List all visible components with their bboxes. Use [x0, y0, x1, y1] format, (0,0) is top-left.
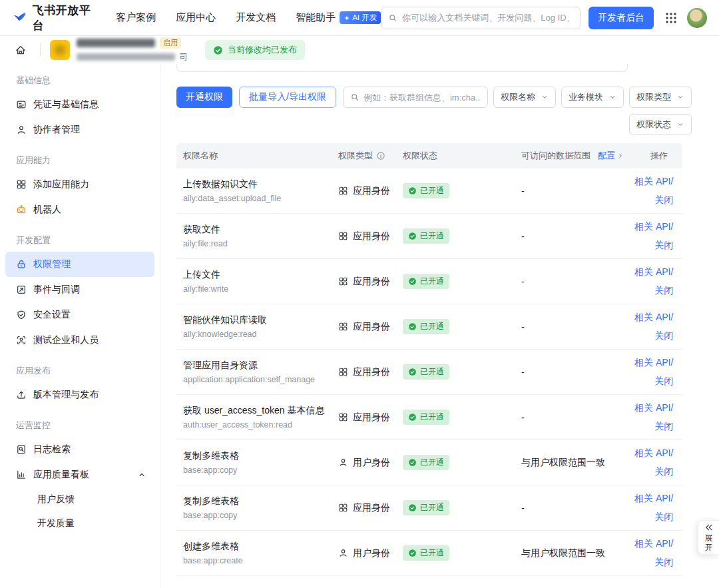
chevron-down-icon: [608, 93, 616, 101]
sidebar-item-security[interactable]: 安全设置: [5, 302, 154, 328]
sidebar-item-label: 测试企业和人员: [33, 334, 99, 346]
close-permission-link[interactable]: 关闭: [634, 508, 673, 526]
sidebar-item-bot[interactable]: 机器人: [5, 197, 154, 222]
related-api-link[interactable]: 相关 API/: [634, 444, 673, 462]
related-api-link[interactable]: 相关 API/: [634, 218, 673, 236]
close-permission-link[interactable]: 关闭: [634, 553, 673, 571]
permission-name-cell: 管理应用自身资源application:application:self_man…: [176, 360, 332, 384]
top-navbar: 飞书开放平台 客户案例 应用中心 开发文档 智能助手 AI 开发 开发者后台: [0, 0, 719, 36]
nav-customer-cases[interactable]: 客户案例: [116, 11, 156, 24]
close-permission-link[interactable]: 关闭: [634, 236, 673, 254]
related-api-link[interactable]: 相关 API/: [634, 354, 673, 372]
permission-search-input[interactable]: [363, 93, 481, 103]
permission-name-cell: 复制多维表格base:app:copy: [176, 450, 332, 475]
col-header-permission-type: 权限类型: [338, 150, 373, 162]
close-permission-link[interactable]: 关闭: [634, 372, 673, 390]
actions-cell: 相关 API/关闭: [628, 489, 688, 526]
robot-icon: [16, 204, 27, 215]
expand-panel-button[interactable]: 展开: [698, 520, 719, 555]
permission-type-cell: 用户身份: [332, 457, 396, 469]
open-permission-button[interactable]: 开通权限: [176, 87, 232, 108]
status-label: 已开通: [420, 366, 444, 378]
related-api-link[interactable]: 相关 API/: [634, 489, 673, 507]
actions-cell: 相关 API/关闭: [628, 399, 688, 436]
permission-status-cell: 已开通: [396, 183, 515, 198]
filter-permission-type[interactable]: 权限类型: [629, 87, 692, 108]
sidebar-item-test-org[interactable]: 测试企业和人员: [5, 328, 154, 353]
search-icon: [350, 93, 360, 102]
filter-permission-name[interactable]: 权限名称: [493, 87, 556, 108]
status-badge: 已开通: [403, 183, 449, 198]
table-row: 复制多维表格base:app:copy用户身份已开通与用户权限范围一致相关 AP…: [176, 440, 682, 485]
close-permission-link[interactable]: 关闭: [634, 282, 673, 300]
sidebar-item-quality[interactable]: 应用质量看板: [5, 462, 154, 487]
global-search-input[interactable]: [402, 13, 573, 23]
configure-scope-link[interactable]: 配置: [598, 150, 624, 162]
data-scope-cell: -: [515, 412, 628, 423]
sidebar-section-label: 运营监控: [0, 408, 160, 437]
sidebar-item-collaborators[interactable]: 协作者管理: [5, 117, 154, 143]
global-search[interactable]: [381, 7, 581, 29]
status-label: 已开通: [420, 230, 444, 242]
status-badge: 已开通: [403, 500, 449, 515]
check-circle-icon: [408, 458, 417, 467]
close-permission-link[interactable]: 关闭: [634, 191, 673, 209]
chevron-down-icon: [676, 93, 684, 101]
permission-status-cell: 已开通: [396, 545, 515, 561]
status-label: 已开通: [420, 502, 444, 513]
close-permission-link[interactable]: 关闭: [634, 418, 673, 436]
search-icon: [388, 13, 397, 23]
home-button[interactable]: [11, 40, 31, 60]
permission-name-cell: 获取文件aily:file:read: [176, 224, 332, 248]
sidebar-subitem[interactable]: 开发质量: [5, 511, 154, 535]
related-api-link[interactable]: 相关 API/: [634, 308, 673, 326]
sidebar-item-label: 权限管理: [33, 258, 71, 270]
sidebar-item-add-capability[interactable]: 添加应用能力: [5, 172, 154, 197]
permission-type-label: 应用身份: [353, 502, 390, 514]
dropdown-label: 业务模块: [569, 91, 603, 103]
chevron-down-icon: [676, 121, 684, 129]
table-row: 创建多维表格base:app:create用户身份已开通与用户权限范围一致相关 …: [176, 531, 682, 576]
sidebar-item-events[interactable]: 事件与回调: [5, 277, 154, 302]
permission-search[interactable]: [343, 87, 488, 108]
related-api-link[interactable]: 相关 API/: [634, 535, 673, 553]
permission-code: base:app:create: [183, 556, 332, 565]
table-row: 上传数据知识文件aily:data_asset:upload_file应用身份已…: [176, 168, 682, 214]
status-badge: 已开通: [403, 410, 449, 425]
close-permission-link[interactable]: 关闭: [634, 327, 673, 345]
sidebar-item-credentials[interactable]: 凭证与基础信息: [5, 92, 154, 117]
sidebar-item-logs[interactable]: 日志检索: [5, 437, 154, 462]
permission-name: 创建多维表格: [183, 541, 332, 553]
filter-permission-status[interactable]: 权限状态: [629, 114, 692, 135]
sidebar-item-label: 安全设置: [33, 309, 71, 321]
nav-app-center[interactable]: 应用中心: [176, 11, 216, 24]
status-badge: 已开通: [403, 455, 449, 470]
sidebar-subitem[interactable]: 用户反馈: [5, 487, 154, 511]
related-api-link[interactable]: 相关 API/: [634, 263, 673, 281]
data-scope-cell: -: [515, 367, 628, 378]
table-row: 获取文件aily:file:read应用身份已开通-相关 API/关闭: [176, 214, 682, 259]
sidebar-item-permissions[interactable]: 权限管理: [5, 252, 154, 277]
ai-badge-label: AI 开发: [352, 13, 377, 23]
related-api-link[interactable]: 相关 API/: [634, 399, 673, 417]
batch-import-export-button[interactable]: 批量导入/导出权限: [239, 87, 336, 108]
permission-name: 获取文件: [183, 224, 332, 236]
nav-ai-assistant[interactable]: 智能助手 AI 开发: [296, 11, 381, 24]
related-api-link[interactable]: 相关 API/: [634, 172, 673, 190]
filter-business-module[interactable]: 业务模块: [561, 87, 624, 108]
sidebar-item-label: 应用质量看板: [33, 469, 89, 481]
user-avatar[interactable]: [687, 8, 707, 28]
nav-dev-docs[interactable]: 开发文档: [236, 11, 276, 24]
permission-status-cell: 已开通: [396, 274, 515, 289]
brand[interactable]: 飞书开放平台: [12, 3, 93, 33]
info-icon[interactable]: [376, 151, 385, 160]
sidebar-item-release[interactable]: 版本管理与发布: [5, 382, 154, 408]
permission-name: 复制多维表格: [183, 495, 332, 507]
app-grid-icon: [338, 367, 348, 377]
apps-grid-icon[interactable]: [664, 11, 678, 25]
dropdown-label: 权限名称: [501, 91, 535, 103]
check-circle-icon: [408, 186, 417, 195]
permission-type-label: 应用身份: [353, 366, 390, 378]
developer-console-button[interactable]: 开发者后台: [589, 7, 654, 29]
close-permission-link[interactable]: 关闭: [634, 463, 673, 481]
